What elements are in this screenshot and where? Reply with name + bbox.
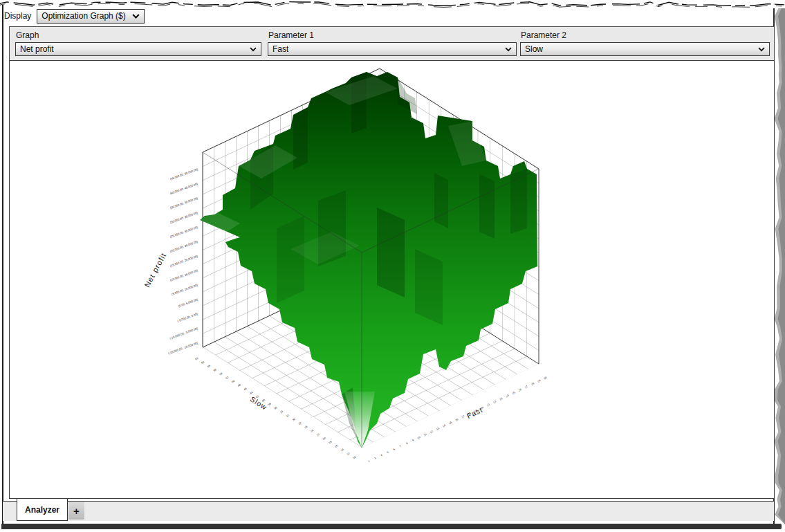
svg-text:14: 14 — [340, 447, 344, 452]
svg-text:20: 20 — [322, 436, 326, 441]
svg-text:46: 46 — [243, 386, 248, 391]
svg-text:26: 26 — [517, 387, 522, 392]
parameter1-control: Parameter 1 Fast — [268, 30, 517, 56]
svg-text:25: 25 — [511, 390, 516, 395]
svg-text:13: 13 — [436, 426, 441, 431]
parameter2-label: Parameter 2 — [521, 30, 770, 40]
tab-strip — [3, 501, 774, 521]
svg-text:9: 9 — [412, 438, 416, 442]
graph-label: Graph — [16, 30, 261, 40]
svg-text:(45,000.00, 50,000.00]: (45,000.00, 50,000.00] — [169, 167, 198, 181]
chevron-down-icon — [250, 47, 257, 52]
svg-text:50: 50 — [231, 378, 236, 383]
display-combobox[interactable]: Optimization Graph ($) — [37, 9, 145, 24]
svg-text:28: 28 — [530, 381, 535, 386]
svg-text:56: 56 — [212, 367, 217, 372]
svg-text:(-5,000.00, 0.00]: (-5,000.00, 0.00] — [177, 312, 198, 322]
svg-text:17: 17 — [461, 414, 465, 419]
svg-text:14: 14 — [442, 423, 447, 428]
svg-text:2: 2 — [367, 459, 371, 463]
svg-text:10: 10 — [416, 435, 421, 440]
svg-text:(-10,000.00, -5,000.00]: (-10,000.00, -5,000.00] — [169, 327, 198, 340]
svg-text:4: 4 — [380, 453, 384, 457]
svg-text:12: 12 — [346, 451, 351, 456]
svg-text:(10,000.00, 15,000.00]: (10,000.00, 15,000.00] — [169, 269, 198, 282]
window-border-left — [2, 5, 3, 524]
svg-text:29: 29 — [537, 378, 542, 383]
svg-text:24: 24 — [310, 428, 315, 433]
svg-text:32: 32 — [286, 413, 290, 418]
add-tab-button[interactable]: + — [68, 502, 84, 520]
svg-text:7: 7 — [398, 444, 403, 448]
net-profit-tick-labels: (45,000.00, 50,000.00](40,000.00, 45,000… — [167, 167, 198, 355]
parameter2-control: Parameter 2 Slow — [520, 30, 770, 56]
svg-text:11: 11 — [423, 432, 428, 437]
svg-text:30: 30 — [291, 416, 296, 421]
svg-text:60: 60 — [201, 360, 205, 365]
svg-text:10: 10 — [352, 455, 357, 459]
tab-analyzer-label: Analyzer — [25, 505, 59, 515]
svg-text:26: 26 — [304, 424, 308, 429]
svg-text:58: 58 — [207, 363, 212, 368]
display-row: Display Optimization Graph ($) — [4, 8, 145, 24]
svg-text:30: 30 — [543, 375, 548, 380]
x-axis-title: Fast — [465, 405, 484, 420]
svg-text:34: 34 — [279, 409, 284, 414]
svg-text:62: 62 — [194, 356, 199, 360]
svg-text:21: 21 — [486, 402, 491, 407]
svg-text:(0.00, 5,000.00]: (0.00, 5,000.00] — [178, 297, 198, 308]
svg-text:23: 23 — [499, 396, 504, 401]
window-bottom-bar — [1, 524, 782, 529]
chart-area[interactable]: (45,000.00, 50,000.00](40,000.00, 45,000… — [9, 60, 775, 499]
chevron-down-icon — [132, 14, 140, 19]
svg-text:5: 5 — [386, 450, 390, 454]
svg-text:(-15,000.00, -10,000.00]: (-15,000.00, -10,000.00] — [167, 341, 198, 355]
add-tab-icon: + — [73, 505, 80, 517]
display-combobox-value: Optimization Graph ($) — [41, 11, 125, 21]
graph-combobox[interactable]: Net profit — [15, 42, 261, 56]
parameter1-combobox[interactable]: Fast — [268, 42, 517, 56]
app-window: Display Optimization Graph ($) Graph Net… — [0, 0, 785, 532]
svg-text:12: 12 — [429, 429, 434, 434]
svg-text:36: 36 — [273, 405, 278, 410]
svg-text:15: 15 — [448, 420, 453, 425]
z-axis-title: Net profit — [142, 251, 167, 288]
svg-text:22: 22 — [315, 432, 320, 437]
svg-text:(15,000.00, 20,000.00]: (15,000.00, 20,000.00] — [169, 255, 198, 268]
chevron-down-icon — [505, 47, 512, 52]
svg-text:28: 28 — [297, 421, 302, 425]
parameter1-combobox-value: Fast — [273, 44, 288, 54]
svg-text:18: 18 — [328, 439, 333, 444]
svg-text:6: 6 — [392, 447, 396, 451]
parameter2-combobox[interactable]: Slow — [520, 42, 770, 56]
display-label: Display — [4, 11, 31, 21]
svg-text:3: 3 — [373, 456, 378, 460]
svg-text:(30,000.00, 35,000.00]: (30,000.00, 35,000.00] — [169, 211, 198, 224]
parameters-panel: Graph Net profit Parameter 1 Fast Parame… — [9, 26, 775, 60]
graph-control: Graph Net profit — [15, 30, 261, 56]
svg-text:27: 27 — [524, 384, 529, 389]
svg-text:48: 48 — [237, 383, 241, 387]
parameter1-label: Parameter 1 — [268, 30, 517, 40]
svg-text:22: 22 — [492, 399, 497, 404]
svg-text:24: 24 — [505, 393, 510, 398]
chevron-down-icon — [758, 47, 765, 52]
optimization-3d-plot[interactable]: (45,000.00, 50,000.00](40,000.00, 45,000… — [10, 61, 774, 498]
svg-text:(5,000.00, 10,000.00]: (5,000.00, 10,000.00] — [171, 284, 198, 296]
svg-text:52: 52 — [225, 375, 230, 380]
svg-text:(25,000.00, 30,000.00]: (25,000.00, 30,000.00] — [169, 226, 198, 239]
svg-text:(20,000.00, 25,000.00]: (20,000.00, 25,000.00] — [169, 240, 198, 253]
svg-text:16: 16 — [454, 417, 459, 422]
svg-text:8: 8 — [405, 441, 409, 446]
svg-text:(40,000.00, 45,000.00]: (40,000.00, 45,000.00] — [169, 182, 198, 195]
parameter2-combobox-value: Slow — [525, 44, 543, 54]
graph-combobox-value: Net profit — [20, 44, 54, 54]
svg-text:54: 54 — [219, 371, 223, 376]
svg-text:(35,000.00, 40,000.00]: (35,000.00, 40,000.00] — [169, 196, 198, 210]
svg-text:16: 16 — [334, 443, 339, 448]
tab-analyzer[interactable]: Analyzer — [17, 499, 68, 521]
